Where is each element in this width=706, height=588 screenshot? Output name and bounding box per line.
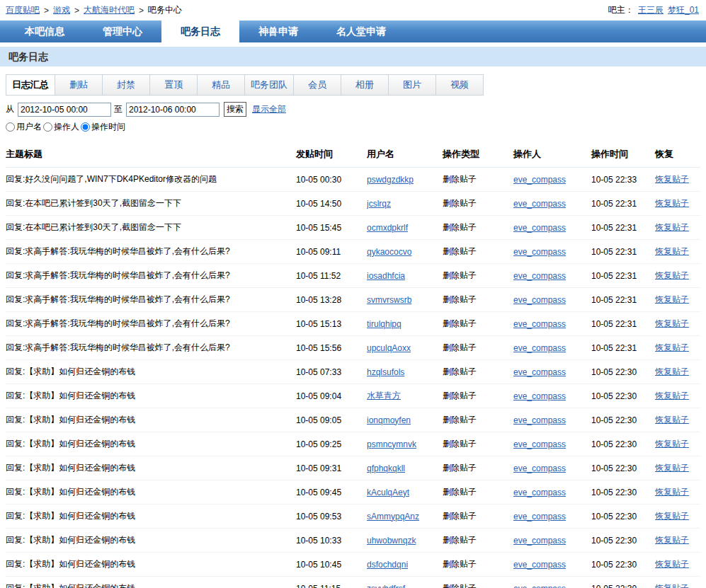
row-restore-link[interactable]: 恢复贴子 bbox=[655, 391, 689, 400]
row-username-link[interactable]: ionqmoyfen bbox=[367, 415, 411, 425]
table-row: 回复:在本吧已累计签到30天了,截图留念一下下 10-05 14:50 jcsl… bbox=[6, 192, 700, 216]
row-op-type: 删除贴子 bbox=[443, 432, 513, 456]
row-restore-link[interactable]: 恢复贴子 bbox=[655, 511, 689, 521]
row-username-link[interactable]: hzqlsufols bbox=[367, 367, 404, 377]
subtab-member[interactable]: 会员 bbox=[294, 74, 341, 96]
breadcrumb-link-bar[interactable]: 大航海时代吧 bbox=[84, 4, 135, 16]
radio-username-input[interactable] bbox=[6, 122, 15, 132]
row-username-link[interactable]: qfphqkqkll bbox=[367, 463, 405, 473]
row-operator-link[interactable]: eve_compass bbox=[513, 391, 566, 401]
row-username-link[interactable]: qykaococvo bbox=[367, 247, 411, 257]
nav-tab-beast-apply[interactable]: 神兽申请 bbox=[239, 21, 317, 42]
row-username-link[interactable]: ocmxdpkrlf bbox=[367, 223, 408, 233]
row-restore-link[interactable]: 恢复贴子 bbox=[655, 246, 689, 256]
row-operator-link[interactable]: eve_compass bbox=[513, 367, 566, 377]
row-operator-link[interactable]: eve_compass bbox=[513, 175, 566, 185]
row-username-link[interactable]: kAculqAeyt bbox=[367, 488, 409, 497]
subtab-pin-top[interactable]: 置顶 bbox=[150, 74, 198, 96]
row-operator-link[interactable]: eve_compass bbox=[513, 463, 566, 473]
row-operator-link[interactable]: eve_compass bbox=[513, 199, 566, 209]
bar-admin-link-1[interactable]: 王三辰 bbox=[638, 4, 664, 16]
row-restore-link[interactable]: 恢复贴子 bbox=[655, 559, 689, 569]
row-title: 回复:【求助】如何归还金铜的布钱 bbox=[6, 384, 296, 408]
row-username-link[interactable]: pswdgzdkkp bbox=[367, 175, 414, 185]
table-row: 回复:求高手解答:我玩华梅的时候华昌被炸了,会有什么后果? 10-05 11:5… bbox=[6, 264, 700, 288]
row-restore-link[interactable]: 恢复贴子 bbox=[655, 318, 689, 328]
nav-tab-bar-info[interactable]: 本吧信息 bbox=[6, 21, 84, 42]
nav-tab-manage-center[interactable]: 管理中心 bbox=[84, 21, 161, 42]
subtab-delete-post[interactable]: 删贴 bbox=[55, 74, 103, 96]
row-restore-link[interactable]: 恢复贴子 bbox=[655, 415, 689, 425]
row-username-link[interactable]: tirulqhipq bbox=[367, 319, 402, 329]
nav-tab-bar-log[interactable]: 吧务日志 bbox=[161, 21, 239, 42]
breadcrumb-link-games[interactable]: 游戏 bbox=[53, 4, 70, 16]
subtab-log-summary[interactable]: 日志汇总 bbox=[6, 74, 55, 96]
search-button[interactable]: 搜索 bbox=[224, 102, 246, 117]
row-username-link[interactable]: uhwobwnqzk bbox=[367, 536, 416, 546]
subtab-ban[interactable]: 封禁 bbox=[103, 74, 150, 96]
row-restore-link[interactable]: 恢复贴子 bbox=[655, 174, 689, 184]
row-op-type: 删除贴子 bbox=[443, 577, 513, 588]
row-restore-link[interactable]: 恢复贴子 bbox=[655, 342, 689, 352]
subtab-digest[interactable]: 精品 bbox=[198, 74, 245, 96]
row-title: 回复:【求助】如何归还金铜的布钱 bbox=[6, 553, 296, 577]
topbar: 百度贴吧 > 游戏 > 大航海时代吧 > 吧务中心 吧主： 王三辰 梦狂_01 bbox=[0, 0, 706, 21]
table-row: 回复:【求助】如何归还金铜的布钱 10-05 09:25 psmncymnvk … bbox=[6, 432, 700, 456]
col-header-op-time: 操作时间 bbox=[591, 142, 655, 168]
nav-tab-hall-of-fame-apply[interactable]: 名人堂申请 bbox=[317, 21, 405, 42]
row-operator-link[interactable]: eve_compass bbox=[513, 343, 566, 353]
subtab-video[interactable]: 视频 bbox=[436, 74, 484, 96]
date-to-label: 至 bbox=[114, 103, 123, 115]
row-operator-link[interactable]: eve_compass bbox=[513, 247, 566, 257]
row-operator-link[interactable]: eve_compass bbox=[513, 271, 566, 281]
row-username-link[interactable]: upculqAoxx bbox=[367, 343, 411, 353]
row-username-link[interactable]: dsfochdqni bbox=[367, 560, 408, 570]
row-restore-link[interactable]: 恢复贴子 bbox=[655, 367, 689, 376]
show-all-link[interactable]: 显示全部 bbox=[252, 103, 286, 115]
breadcrumb-link-tieba[interactable]: 百度贴吧 bbox=[6, 4, 40, 16]
row-post-time: 10-05 11:52 bbox=[296, 264, 367, 288]
row-operator-link[interactable]: eve_compass bbox=[513, 415, 566, 425]
row-username-link[interactable]: jcslrqz bbox=[367, 199, 391, 209]
bar-admin-link-2[interactable]: 梦狂_01 bbox=[668, 4, 699, 16]
row-restore-link[interactable]: 恢复贴子 bbox=[655, 222, 689, 232]
row-operator-link[interactable]: eve_compass bbox=[513, 560, 566, 570]
row-username-link[interactable]: sAmmypqAnz bbox=[367, 512, 419, 521]
radio-username-label: 用户名 bbox=[16, 121, 42, 133]
subtab-image[interactable]: 图片 bbox=[389, 74, 436, 96]
row-operator-link[interactable]: eve_compass bbox=[513, 319, 566, 329]
row-username-link[interactable]: zsvvbdfrsf bbox=[367, 584, 405, 588]
breadcrumb-separator: > bbox=[74, 6, 79, 16]
row-op-time: 10-05 22:30 bbox=[591, 432, 655, 456]
subtab-admin-team[interactable]: 吧务团队 bbox=[245, 74, 294, 96]
row-operator-link[interactable]: eve_compass bbox=[513, 295, 566, 305]
row-restore-link[interactable]: 恢复贴子 bbox=[655, 270, 689, 280]
date-to-input[interactable] bbox=[126, 103, 220, 117]
row-operator-link[interactable]: eve_compass bbox=[513, 584, 566, 588]
row-username-link[interactable]: iosadhfcia bbox=[367, 271, 405, 281]
date-from-input[interactable] bbox=[18, 103, 111, 117]
row-operator-link[interactable]: eve_compass bbox=[513, 223, 566, 233]
radio-op-time-input[interactable] bbox=[81, 122, 90, 132]
row-restore-link[interactable]: 恢复贴子 bbox=[655, 463, 689, 473]
row-op-type: 删除贴子 bbox=[443, 505, 513, 529]
row-username-link[interactable]: svmvrswsrb bbox=[367, 295, 411, 305]
row-username-link[interactable]: psmncymnvk bbox=[367, 439, 416, 449]
row-operator-link[interactable]: eve_compass bbox=[513, 512, 566, 521]
radio-username[interactable]: 用户名 bbox=[4, 121, 42, 133]
row-restore-link[interactable]: 恢复贴子 bbox=[655, 198, 689, 208]
radio-op-time[interactable]: 操作时间 bbox=[79, 121, 125, 133]
radio-operator[interactable]: 操作人 bbox=[42, 121, 79, 133]
row-operator-link[interactable]: eve_compass bbox=[513, 488, 566, 497]
subtab-album[interactable]: 相册 bbox=[341, 74, 389, 96]
row-restore-link[interactable]: 恢复贴子 bbox=[655, 439, 689, 449]
row-username-link[interactable]: 水草青方 bbox=[367, 391, 401, 400]
radio-operator-input[interactable] bbox=[43, 122, 52, 132]
row-restore-link[interactable]: 恢复贴子 bbox=[655, 294, 689, 304]
row-restore-link[interactable]: 恢复贴子 bbox=[655, 487, 689, 497]
row-post-time: 10-05 09:25 bbox=[296, 432, 367, 456]
row-restore-link[interactable]: 恢复贴子 bbox=[655, 535, 689, 545]
row-restore-link[interactable]: 恢复贴子 bbox=[655, 583, 689, 588]
row-operator-link[interactable]: eve_compass bbox=[513, 536, 566, 546]
row-operator-link[interactable]: eve_compass bbox=[513, 439, 566, 449]
